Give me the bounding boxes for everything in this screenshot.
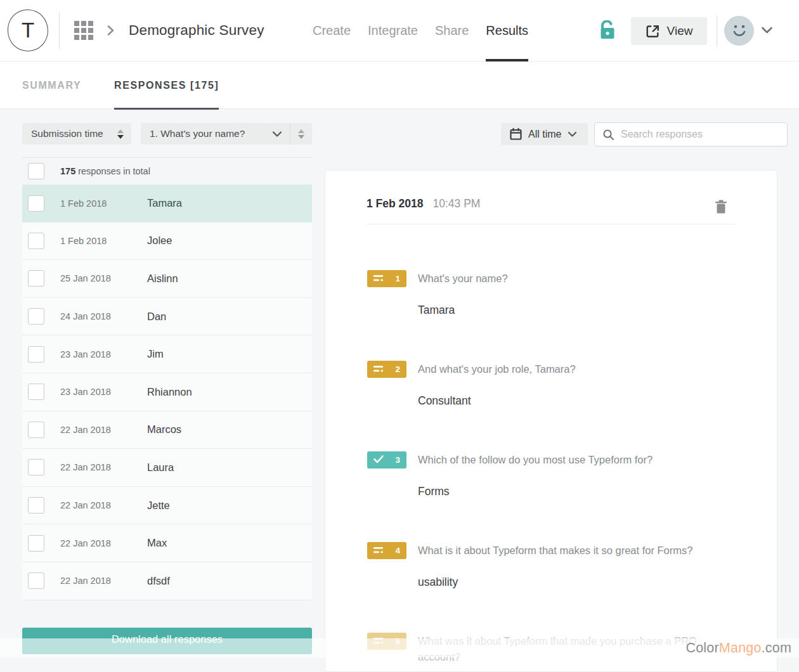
question-type-icon <box>374 636 384 647</box>
row-checkbox[interactable] <box>28 572 44 589</box>
select-all-checkbox[interactable] <box>28 163 44 179</box>
row-checkbox[interactable] <box>28 497 44 514</box>
question-answer-block: 1 What's your name? Tamara <box>367 270 748 287</box>
response-row[interactable]: 1 Feb 2018 Tamara <box>22 184 312 223</box>
row-name: Dan <box>147 311 166 323</box>
question-type-icon <box>374 273 384 285</box>
workspaces-grid-icon[interactable] <box>74 21 93 40</box>
response-row[interactable]: 22 Jan 2018 Laura <box>22 449 312 487</box>
response-row[interactable]: 22 Jan 2018 dfsdf <box>22 562 312 600</box>
smiley-avatar[interactable] <box>724 16 754 46</box>
row-name: Laura <box>147 462 174 474</box>
lock-open-icon[interactable] <box>599 20 616 40</box>
question-text: What is it about Typeform that makes it … <box>418 542 692 559</box>
row-checkbox[interactable] <box>28 270 44 287</box>
nav-item-results[interactable]: Results <box>486 0 528 61</box>
results-tabbar: SUMMARY RESPONSES [175] <box>0 61 799 109</box>
row-name: Jette <box>147 500 170 512</box>
row-checkbox[interactable] <box>28 195 44 212</box>
response-row[interactable]: 22 Jan 2018 Max <box>22 524 312 562</box>
row-date: 22 Jan 2018 <box>60 538 111 548</box>
row-checkbox[interactable] <box>28 346 44 363</box>
response-row[interactable]: 23 Jan 2018 Rhiannon <box>22 373 312 411</box>
question-text: What's your name? <box>418 270 508 287</box>
question-number-badge: 3 <box>367 451 406 468</box>
response-meta: 1 Feb 2018 10:43 PM <box>367 197 480 210</box>
question-text: Which of the follow do you most use Type… <box>418 451 653 468</box>
response-detail-card: 1 Feb 2018 10:43 PM 1 What's your name? … <box>325 170 777 672</box>
breadcrumb-chevron-icon <box>103 23 117 37</box>
row-checkbox[interactable] <box>28 308 44 325</box>
row-checkbox[interactable] <box>28 535 44 552</box>
header-divider <box>59 13 60 49</box>
external-link-icon <box>646 24 660 39</box>
row-date: 22 Jan 2018 <box>60 500 111 510</box>
nav-item-share[interactable]: Share <box>435 0 469 61</box>
delete-response-button[interactable] <box>715 200 727 214</box>
row-checkbox[interactable] <box>28 422 44 438</box>
row-name: dfsdf <box>147 575 170 587</box>
account-logo[interactable]: T <box>8 10 48 51</box>
question-number-badge: 5 <box>367 633 406 650</box>
search-responses-box <box>594 122 788 146</box>
row-date: 22 Jan 2018 <box>60 425 111 435</box>
nav-item-integrate[interactable]: Integrate <box>368 0 418 61</box>
question-text: What was it about Typeform that made you… <box>418 633 721 665</box>
chevron-down-icon <box>568 131 577 138</box>
tab-summary[interactable]: SUMMARY <box>22 61 81 109</box>
sort-field-dropdown[interactable]: Submission time <box>22 123 131 145</box>
response-row[interactable]: 24 Jan 2018 Dan <box>22 298 312 336</box>
view-button-label: View <box>667 24 693 38</box>
responses-total: 175 responses in total <box>60 166 150 176</box>
date-range-dropdown[interactable]: All time <box>501 123 588 145</box>
question-column-label: 1. What's your name? <box>141 128 272 139</box>
question-number-badge: 1 <box>367 270 406 287</box>
row-name: Aislinn <box>147 273 178 285</box>
question-number: 2 <box>395 365 400 374</box>
view-button[interactable]: View <box>631 17 707 45</box>
question-answer-block: 3 Which of the follow do you most use Ty… <box>367 451 748 468</box>
response-row[interactable]: 23 Jan 2018 Jim <box>22 335 312 373</box>
row-name: Jim <box>147 348 164 360</box>
top-header: T Demographic Survey CreateIntegrateShar… <box>0 0 799 61</box>
question-number-badge: 2 <box>367 361 406 378</box>
typeform-results-page: T Demographic Survey CreateIntegrateShar… <box>0 0 799 672</box>
question-sort-toggle[interactable] <box>290 123 312 145</box>
question-number: 4 <box>395 546 400 555</box>
question-column-dropdown[interactable]: 1. What's your name? <box>141 123 312 145</box>
account-logo-letter: T <box>22 18 34 42</box>
download-all-responses-button[interactable]: Download all responses <box>22 628 312 654</box>
card-divider <box>367 224 734 224</box>
row-checkbox[interactable] <box>28 233 44 249</box>
question-number-badge: 4 <box>367 542 406 559</box>
answer-text: Forms <box>418 485 450 498</box>
row-name: Jolee <box>147 235 172 247</box>
account-menu-chevron-icon[interactable] <box>761 26 773 34</box>
nav-item-create[interactable]: Create <box>313 0 351 61</box>
calendar-icon <box>510 128 522 140</box>
row-date: 23 Jan 2018 <box>60 349 111 359</box>
response-row[interactable]: 22 Jan 2018 Jette <box>22 487 312 525</box>
response-row[interactable]: 25 Jan 2018 Aislinn <box>22 260 312 298</box>
row-date: 22 Jan 2018 <box>60 576 111 586</box>
question-type-icon <box>374 455 384 466</box>
row-date: 22 Jan 2018 <box>60 462 111 472</box>
response-time: 10:43 PM <box>433 197 481 210</box>
chevron-down-icon <box>272 131 282 138</box>
row-checkbox[interactable] <box>28 384 44 400</box>
response-row[interactable]: 1 Feb 2018 Jolee <box>22 223 312 261</box>
response-row[interactable]: 22 Jan 2018 Marcos <box>22 411 312 449</box>
question-type-icon <box>374 364 384 375</box>
form-title: Demographic Survey <box>129 22 264 39</box>
tab-responses[interactable]: RESPONSES [175] <box>114 61 219 109</box>
search-icon <box>602 129 614 141</box>
answer-text: Tamara <box>418 304 455 317</box>
responses-table: 1 Feb 2018 Tamara 1 Feb 2018 Jolee 25 Ja… <box>22 184 312 600</box>
row-date: 1 Feb 2018 <box>60 236 107 246</box>
answer-text: usability <box>418 576 458 589</box>
row-name: Marcos <box>147 423 181 436</box>
search-input[interactable] <box>621 129 779 140</box>
header-divider <box>717 15 717 47</box>
question-answer-block: 4 What is it about Typeform that makes i… <box>367 542 748 559</box>
row-checkbox[interactable] <box>28 459 44 475</box>
